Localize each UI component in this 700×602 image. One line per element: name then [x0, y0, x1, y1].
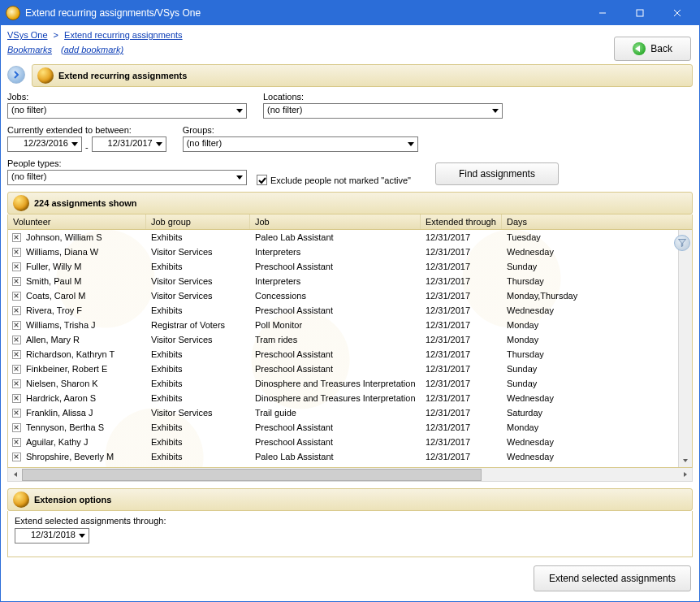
row-checkbox[interactable] — [8, 277, 21, 286]
bookmarks-link[interactable]: Bookmarks — [7, 45, 52, 54]
cell-days: Monday — [502, 422, 692, 432]
back-button[interactable]: Back — [614, 37, 691, 61]
cell-volunteer: Allen, Mary R — [21, 335, 146, 344]
filter-icon[interactable] — [674, 235, 690, 251]
col-volunteer[interactable]: Volunteer — [8, 214, 146, 229]
find-assignments-button[interactable]: Find assignments — [435, 162, 559, 185]
titlebar: Extend recurring assignments/VSys One — [1, 1, 699, 25]
table-row[interactable]: Fuller, Willy M Exhibits Preschool Assis… — [8, 259, 692, 274]
breadcrumb-sep: > — [50, 30, 62, 40]
scroll-down-icon[interactable] — [679, 453, 692, 467]
cell-volunteer: Johnson, William S — [21, 232, 146, 242]
cell-volunteer: Rivera, Troy F — [21, 305, 146, 315]
grid-body[interactable]: Johnson, William S Exhibits Paleo Lab As… — [7, 230, 693, 468]
row-checkbox[interactable] — [8, 453, 21, 461]
row-checkbox[interactable] — [8, 292, 21, 301]
extension-date-input[interactable]: 12/31/2018 — [15, 528, 89, 544]
locations-select[interactable]: (no filter) — [263, 103, 503, 119]
row-checkbox[interactable] — [8, 321, 21, 330]
col-days[interactable]: Days — [502, 214, 692, 229]
cell-extended: 12/31/2017 — [421, 364, 502, 374]
row-checkbox[interactable] — [8, 248, 21, 257]
breadcrumb-root[interactable]: VSys One — [7, 30, 48, 40]
scroll-left-icon[interactable] — [8, 468, 22, 482]
jobs-select[interactable]: (no filter) — [7, 103, 247, 119]
cell-days: Monday — [502, 320, 692, 330]
cell-days: Wednesday — [502, 393, 692, 403]
table-row[interactable]: Nielsen, Sharon K Exhibits Dinosphere an… — [8, 376, 692, 391]
table-row[interactable]: Richardson, Kathryn T Exhibits Preschool… — [8, 347, 692, 362]
cell-job-group: Exhibits — [146, 393, 250, 403]
cell-job: Trail guide — [250, 408, 421, 418]
horizontal-scrollbar[interactable] — [7, 468, 693, 482]
row-checkbox[interactable] — [8, 394, 21, 403]
row-checkbox[interactable] — [8, 365, 21, 374]
row-checkbox[interactable] — [8, 350, 21, 359]
table-row[interactable]: Aguilar, Kathy J Exhibits Preschool Assi… — [8, 435, 692, 449]
table-row[interactable]: Finkbeiner, Robert E Exhibits Preschool … — [8, 362, 692, 376]
row-checkbox[interactable] — [8, 233, 21, 242]
exclude-active-checkbox[interactable] — [257, 175, 267, 185]
row-checkbox[interactable] — [8, 306, 21, 315]
add-bookmark-link[interactable]: (add bookmark) — [61, 45, 123, 54]
row-checkbox[interactable] — [8, 467, 21, 469]
cell-job-group: Exhibits — [146, 349, 250, 359]
cell-extended: 12/31/2017 — [421, 305, 502, 315]
close-button[interactable] — [659, 1, 696, 25]
cell-volunteer: Williams, Diana W — [21, 247, 146, 257]
people-types-select[interactable]: (no filter) — [7, 170, 247, 185]
row-checkbox[interactable] — [8, 262, 21, 271]
date-sep: - — [85, 142, 89, 152]
row-checkbox[interactable] — [8, 336, 21, 344]
cell-job-group: Visitor Services — [146, 247, 250, 257]
scroll-right-icon[interactable] — [678, 468, 692, 482]
hscroll-track[interactable] — [22, 468, 678, 482]
extend-selected-button[interactable]: Extend selected assignments — [534, 565, 691, 591]
date-to-input[interactable]: 12/31/2017 — [92, 136, 166, 152]
col-extended[interactable]: Extended through — [421, 214, 502, 229]
table-row[interactable]: Shropshire, Beverly M Exhibits Paleo Lab… — [8, 449, 692, 464]
table-row[interactable]: Smith, Paul M Visitor Services Interpret… — [8, 274, 692, 288]
maximize-button[interactable] — [621, 1, 659, 25]
cell-days: Monday,Thursday — [502, 291, 692, 301]
breadcrumb-current[interactable]: Extend recurring assignments — [64, 30, 183, 40]
table-row[interactable]: Rivera, Troy F Exhibits Preschool Assist… — [8, 303, 692, 318]
row-checkbox[interactable] — [8, 379, 21, 388]
cell-job-group: Registrar of Voters — [146, 320, 250, 330]
row-checkbox[interactable] — [8, 423, 21, 432]
cell-extended: 12/31/2017 — [421, 379, 502, 388]
extension-options: Extension options Extend selected assign… — [7, 487, 693, 557]
cell-days: Wednesday — [502, 452, 692, 461]
row-checkbox[interactable] — [8, 409, 21, 418]
expand-collapse-icon[interactable] — [7, 66, 25, 84]
table-row[interactable]: Coats, Carol M Visitor Services Concessi… — [8, 288, 692, 303]
table-row[interactable]: Williams, Diana W Visitor Services Inter… — [8, 245, 692, 259]
table-row[interactable]: Williams, Trisha J Registrar of Voters P… — [8, 318, 692, 332]
vertical-scrollbar[interactable] — [678, 230, 692, 467]
hscroll-thumb[interactable] — [22, 469, 482, 481]
cell-job: Concessions — [250, 291, 421, 301]
row-checkbox[interactable] — [8, 438, 21, 447]
date-from-input[interactable]: 12/23/2016 — [7, 136, 82, 152]
cell-volunteer: Smith, Paul M — [21, 276, 146, 286]
cell-job-group: Exhibits — [146, 422, 250, 432]
col-job[interactable]: Job — [250, 214, 421, 229]
groups-select[interactable]: (no filter) — [183, 136, 418, 152]
table-row[interactable]: Johnson, William S Exhibits Paleo Lab As… — [8, 230, 692, 245]
table-row[interactable]: Allen, Mary R Visitor Services Tram ride… — [8, 332, 692, 347]
cell-volunteer: Richardson, Kathryn T — [21, 349, 146, 359]
minimize-button[interactable] — [584, 1, 621, 25]
cell-days: Monday — [502, 335, 692, 344]
cell-job: Tram rides — [250, 335, 421, 344]
cell-volunteer: Tennyson, Bertha S — [21, 422, 146, 432]
cell-volunteer: Nielsen, Sharon K — [21, 379, 146, 388]
table-row[interactable]: Hardrick, Aaron S Exhibits Dinosphere an… — [8, 391, 692, 405]
date-range-label: Currently extended to between: — [7, 125, 166, 135]
section-header: Extend recurring assignments — [32, 64, 693, 87]
table-row[interactable]: Tennyson, Bertha S Exhibits Preschool As… — [8, 420, 692, 435]
bookmarks-bar: Bookmarks (add bookmark) — [7, 41, 614, 59]
col-job-group[interactable]: Job group — [146, 214, 250, 229]
cell-days: Tuesday — [502, 232, 692, 242]
table-row[interactable]: Franklin, Alissa J Visitor Services Trai… — [8, 405, 692, 420]
cell-extended: 12/31/2017 — [421, 247, 502, 257]
